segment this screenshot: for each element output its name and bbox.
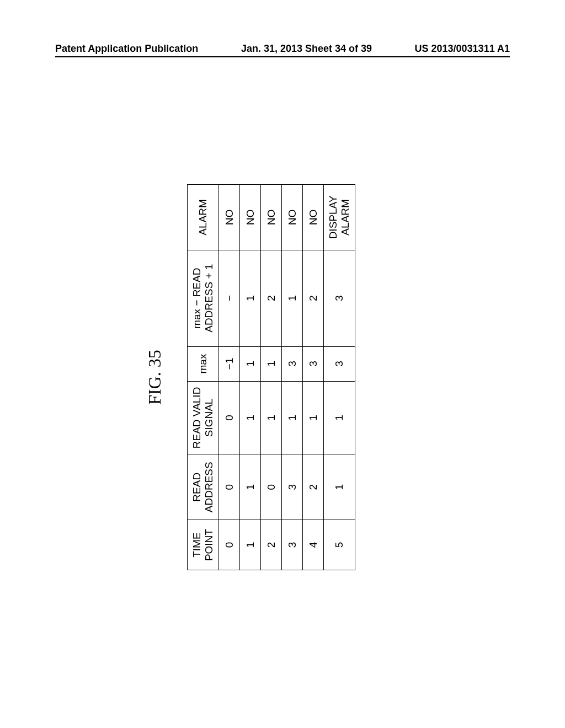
cell: − <box>219 250 240 346</box>
header-center: Jan. 31, 2013 Sheet 34 of 39 <box>241 43 372 55</box>
cell: 0 <box>219 381 240 454</box>
cell: 2 <box>261 520 282 570</box>
cell: 2 <box>303 454 324 520</box>
figure-label: FIG. 35 <box>145 184 165 570</box>
cell: 3 <box>282 520 303 570</box>
cell: −1 <box>219 346 240 381</box>
cell: 3 <box>282 454 303 520</box>
cell: 1 <box>240 454 261 520</box>
cell: 3 <box>282 346 303 381</box>
cell: 0 <box>219 520 240 570</box>
table-row: 1 1 1 1 1 NO <box>240 185 261 570</box>
cell: DISPLAY ALARM <box>324 185 355 250</box>
table-row: 0 0 0 −1 − NO <box>219 185 240 570</box>
cell: 1 <box>240 520 261 570</box>
cell: NO <box>261 185 282 250</box>
table-row: 5 1 1 3 3 DISPLAY ALARM <box>324 185 355 570</box>
cell: 1 <box>282 381 303 454</box>
col-header: max − READ ADDRESS + 1 <box>188 250 219 346</box>
col-header: ALARM <box>188 185 219 250</box>
cell: 1 <box>240 346 261 381</box>
header-left: Patent Application Publication <box>55 43 198 55</box>
cell: 1 <box>240 250 261 346</box>
cell: 3 <box>324 346 355 381</box>
cell: 3 <box>303 346 324 381</box>
cell: 1 <box>282 250 303 346</box>
figure-content: FIG. 35 TIME POINT READ ADDRESS READ VAL… <box>145 184 414 570</box>
cell: NO <box>240 185 261 250</box>
cell: 1 <box>303 381 324 454</box>
cell: 2 <box>261 250 282 346</box>
cell: 3 <box>324 250 355 346</box>
page-header: Patent Application Publication Jan. 31, … <box>0 43 565 55</box>
col-header: max <box>188 346 219 381</box>
table-row: 2 0 1 1 2 NO <box>261 185 282 570</box>
cell: 2 <box>303 250 324 346</box>
cell: 0 <box>219 454 240 520</box>
cell: NO <box>219 185 240 250</box>
cell: NO <box>303 185 324 250</box>
table-row: 3 3 1 3 1 NO <box>282 185 303 570</box>
cell: 1 <box>261 346 282 381</box>
cell: 1 <box>261 381 282 454</box>
table-row: 4 2 1 3 2 NO <box>303 185 324 570</box>
cell: NO <box>282 185 303 250</box>
cell: 4 <box>303 520 324 570</box>
header-rule <box>55 56 510 57</box>
col-header: READ VALID SIGNAL <box>188 381 219 454</box>
cell: 0 <box>261 454 282 520</box>
cell: 5 <box>324 520 355 570</box>
data-table: TIME POINT READ ADDRESS READ VALID SIGNA… <box>187 184 355 570</box>
col-header: READ ADDRESS <box>188 454 219 520</box>
col-header: TIME POINT <box>188 520 219 570</box>
header-right: US 2013/0031311 A1 <box>415 43 510 55</box>
table-header-row: TIME POINT READ ADDRESS READ VALID SIGNA… <box>188 185 219 570</box>
cell: 1 <box>324 381 355 454</box>
cell: 1 <box>240 381 261 454</box>
cell: 1 <box>324 454 355 520</box>
